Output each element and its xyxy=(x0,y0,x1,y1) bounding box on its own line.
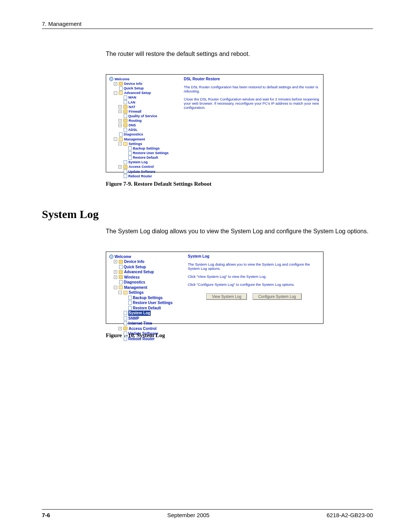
page-icon xyxy=(124,337,127,341)
page-icon xyxy=(119,280,123,284)
page-icon xyxy=(124,311,127,315)
content-text: Click "Configure System Log" to configur… xyxy=(188,282,320,287)
expand-icon[interactable]: + xyxy=(118,105,122,108)
tree-restore-default[interactable]: Restore Default xyxy=(133,306,161,311)
figure-7-9: Welcome +Device Info Quick Setup −Advanc… xyxy=(106,74,323,172)
folder-open-icon xyxy=(119,285,123,289)
collapse-icon[interactable]: − xyxy=(118,142,122,145)
tree-settings[interactable]: Settings xyxy=(129,290,143,295)
tree-advanced-setup[interactable]: Advanced Setup xyxy=(124,91,151,95)
doc-number: 6218-A2-GB23-00 xyxy=(327,512,373,518)
tree-access-control[interactable]: Access Control xyxy=(129,164,154,169)
tree-access-control[interactable]: Access Control xyxy=(129,326,156,331)
page-icon xyxy=(128,306,132,310)
expand-icon[interactable]: + xyxy=(114,276,117,279)
tree-management[interactable]: Management xyxy=(124,137,145,142)
tree-diagnostics[interactable]: Diagnostics xyxy=(124,280,145,285)
page-icon xyxy=(128,301,132,305)
tree-system-log[interactable]: System Log xyxy=(128,160,148,164)
folder-open-icon xyxy=(119,91,123,95)
folder-icon xyxy=(119,82,123,86)
tree-welcome[interactable]: Welcome xyxy=(115,77,129,81)
tree-routing[interactable]: Routing xyxy=(129,118,142,123)
tree-device-info[interactable]: Device Info xyxy=(124,259,144,264)
folder-open-icon xyxy=(123,142,127,146)
page-icon xyxy=(124,114,127,118)
content-text: Close the DSL Router Configuration windo… xyxy=(184,97,320,110)
expand-icon[interactable]: + xyxy=(114,260,117,263)
page-icon xyxy=(124,128,127,132)
configure-system-log-button[interactable]: Configure System Log xyxy=(253,293,302,300)
tree-lan[interactable]: LAN xyxy=(128,100,135,105)
tree-settings[interactable]: Settings xyxy=(129,142,142,146)
folder-icon xyxy=(119,270,123,274)
page-icon xyxy=(124,321,127,325)
tree-restore-user[interactable]: Restore User Settings xyxy=(133,300,172,306)
page-number: 7-6 xyxy=(42,512,50,518)
page-footer: 7-6 September 2005 6218-A2-GB23-00 xyxy=(42,509,373,518)
tree-backup[interactable]: Backup Settings xyxy=(133,146,160,151)
tree-reboot[interactable]: Reboot Router xyxy=(128,174,152,178)
tree-adsl[interactable]: ADSL xyxy=(128,127,138,132)
tree-backup[interactable]: Backup Settings xyxy=(133,295,162,301)
content-pane: System Log The System Log dialog allows … xyxy=(188,254,320,342)
page-icon xyxy=(128,151,132,155)
tree-quick-setup[interactable]: Quick Setup xyxy=(124,264,146,270)
tree-internet-time[interactable]: Internet Time xyxy=(128,321,152,326)
tree-device-info[interactable]: Device Info xyxy=(124,81,142,86)
expand-icon[interactable]: + xyxy=(118,165,122,169)
folder-icon xyxy=(123,123,127,127)
footer-rule xyxy=(42,509,373,510)
page-icon xyxy=(119,86,123,91)
tree-nat[interactable]: NAT xyxy=(129,105,135,109)
section-heading: System Log xyxy=(42,208,373,221)
page-icon xyxy=(128,296,132,300)
view-system-log-button[interactable]: View System Log xyxy=(206,293,247,300)
folder-icon xyxy=(119,260,123,264)
globe-icon xyxy=(109,255,113,259)
intro-paragraph: The router will restore the default sett… xyxy=(106,50,373,58)
folder-icon xyxy=(123,119,127,123)
tree-firewall[interactable]: Firewall xyxy=(129,109,142,114)
tree-welcome[interactable]: Welcome xyxy=(115,254,131,260)
tree-system-log-selected[interactable]: System Log xyxy=(128,311,151,316)
collapse-icon[interactable]: − xyxy=(114,91,117,95)
content-title: System Log xyxy=(188,254,320,258)
expand-icon[interactable]: + xyxy=(118,119,122,123)
page-icon xyxy=(124,96,127,100)
folder-icon xyxy=(123,165,127,169)
tree-qos[interactable]: Quality of Service xyxy=(128,114,157,118)
tree-restore-user[interactable]: Restore User Settings xyxy=(133,151,169,155)
content-pane: DSL Router Restore The DSL Router config… xyxy=(184,77,320,178)
collapse-icon[interactable]: − xyxy=(114,137,117,141)
expand-icon[interactable]: + xyxy=(118,327,122,330)
globe-icon xyxy=(109,77,113,81)
expand-icon[interactable]: + xyxy=(114,270,117,274)
tree-dns[interactable]: DNS xyxy=(129,123,136,127)
tree-quick-setup[interactable]: Quick Setup xyxy=(124,86,144,91)
content-text: The System Log dialog allows you to view… xyxy=(188,262,320,271)
page-icon xyxy=(119,265,123,269)
page-icon xyxy=(124,316,127,320)
collapse-icon[interactable]: − xyxy=(114,286,117,289)
tree-diagnostics[interactable]: Diagnostics xyxy=(124,132,143,137)
tree-snmp[interactable]: SNMP xyxy=(128,316,139,321)
tree-advanced-setup[interactable]: Advanced Setup xyxy=(124,269,154,275)
page-icon xyxy=(119,132,123,137)
expand-icon[interactable]: + xyxy=(118,124,122,127)
expand-icon[interactable]: + xyxy=(118,110,122,113)
tree-update-software[interactable]: Update Software xyxy=(128,169,155,174)
nav-tree: Welcome +Device Info Quick Setup +Advanc… xyxy=(109,254,172,342)
collapse-icon[interactable]: − xyxy=(118,291,122,294)
folder-open-icon xyxy=(123,291,127,295)
nav-tree: Welcome +Device Info Quick Setup −Advanc… xyxy=(109,77,169,178)
tree-wireless[interactable]: Wireless xyxy=(124,275,140,280)
content-text: Click "View System Log" to view the Syst… xyxy=(188,274,320,279)
tree-restore-default[interactable]: Restore Default xyxy=(133,155,158,160)
tree-management[interactable]: Management xyxy=(124,285,147,290)
tree-wan[interactable]: WAN xyxy=(128,95,136,100)
page-icon xyxy=(124,160,127,164)
content-text: The DSL Router configuration has been re… xyxy=(184,85,320,93)
expand-icon[interactable]: + xyxy=(114,82,117,86)
chapter-header: 7. Management xyxy=(42,21,373,27)
